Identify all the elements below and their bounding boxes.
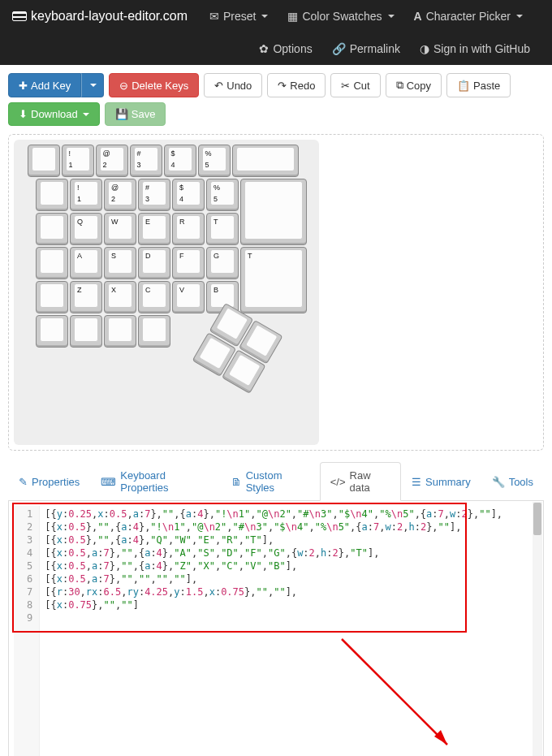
- code-editor[interactable]: 123456789 [{y:0.25,x:0.5,a:7},"",{a:4},"…: [14, 506, 538, 756]
- plus-icon: ✚: [19, 80, 28, 92]
- main-container: ✚ Add Key ⊖ Delete Keys ↶Undo ↷Redo ✂Cut…: [0, 65, 552, 756]
- nav-color-swatches[interactable]: ▦ Color Swatches: [278, 2, 403, 31]
- brand-text: keyboard-layout-editor.com: [31, 9, 188, 24]
- grid-icon: ▦: [287, 10, 298, 23]
- key[interactable]: F: [172, 247, 205, 279]
- paste-icon: 📋: [457, 80, 470, 92]
- key[interactable]: [70, 315, 102, 348]
- key[interactable]: [36, 247, 68, 279]
- paste-button[interactable]: 📋Paste: [446, 73, 511, 97]
- key[interactable]: C: [138, 281, 170, 313]
- key[interactable]: V: [172, 281, 205, 313]
- nav-character-picker[interactable]: A Character Picker: [404, 2, 533, 31]
- caret-icon: [516, 15, 523, 18]
- redo-button[interactable]: ↷Redo: [267, 73, 326, 97]
- key[interactable]: X: [104, 281, 136, 313]
- key[interactable]: R: [172, 213, 205, 245]
- cut-icon: ✂: [341, 80, 350, 92]
- key[interactable]: #3: [130, 145, 162, 177]
- key[interactable]: E: [138, 213, 170, 245]
- redo-icon: ↷: [278, 80, 287, 92]
- key[interactable]: [36, 281, 68, 313]
- tab-summary[interactable]: ☰Summary: [401, 462, 481, 501]
- keyboard-icon: ⌨: [101, 476, 116, 488]
- minus-icon: ⊖: [119, 80, 128, 92]
- key[interactable]: [232, 145, 299, 177]
- key[interactable]: %5: [206, 179, 239, 211]
- envelope-icon: ✉: [209, 10, 219, 23]
- key[interactable]: @2: [96, 145, 128, 177]
- key[interactable]: T: [206, 213, 239, 245]
- gear-icon: ✿: [259, 42, 269, 55]
- key[interactable]: G: [206, 247, 239, 279]
- gutter: 123456789: [14, 506, 40, 756]
- add-key-button[interactable]: ✚ Add Key: [8, 73, 81, 97]
- key[interactable]: !1: [70, 179, 102, 211]
- nav-preset[interactable]: ✉ Preset: [200, 2, 278, 31]
- undo-button[interactable]: ↶Undo: [204, 73, 262, 97]
- brand[interactable]: keyboard-layout-editor.com: [12, 2, 200, 30]
- key[interactable]: S: [104, 247, 136, 279]
- key[interactable]: #3: [138, 179, 170, 211]
- copy-button[interactable]: ⧉Copy: [386, 73, 442, 97]
- delete-keys-button[interactable]: ⊖ Delete Keys: [109, 73, 199, 97]
- raw-data-pane: 123456789 [{y:0.25,x:0.5,a:7},"",{a:4},"…: [8, 501, 544, 756]
- key[interactable]: $4: [172, 179, 205, 211]
- key[interactable]: [36, 179, 68, 211]
- caret-icon: [388, 15, 395, 18]
- toolbar: ✚ Add Key ⊖ Delete Keys ↶Undo ↷Redo ✂Cut…: [8, 73, 544, 126]
- key[interactable]: [28, 145, 60, 177]
- nav-permalink[interactable]: 🔗 Permalink: [322, 34, 410, 63]
- key[interactable]: [104, 315, 136, 348]
- key[interactable]: [240, 179, 307, 245]
- tab-raw-data[interactable]: </>Raw data: [320, 462, 401, 501]
- key[interactable]: [36, 315, 68, 348]
- font-icon: A: [414, 10, 422, 23]
- keyboard-icon: [12, 11, 27, 21]
- scrollbar-vertical[interactable]: [533, 502, 542, 756]
- scrollbar-thumb[interactable]: [533, 503, 541, 535]
- download-icon: ⬇: [19, 108, 28, 120]
- caret-icon: [90, 84, 97, 87]
- undo-icon: ↶: [214, 80, 223, 92]
- key[interactable]: [138, 315, 170, 348]
- save-icon: 💾: [115, 108, 128, 120]
- key[interactable]: !1: [62, 145, 94, 177]
- save-button[interactable]: 💾 Save: [105, 102, 166, 126]
- download-button[interactable]: ⬇ Download: [8, 102, 100, 126]
- tab-custom-styles[interactable]: 🗎Custom Styles: [221, 462, 320, 501]
- nav-options[interactable]: ✿ Options: [249, 34, 321, 63]
- file-icon: 🗎: [231, 476, 242, 488]
- keyboard-panel: !1@2#3$4%5!1@2#3$4%5QWERTASDFGTZXCVB: [8, 134, 544, 451]
- tab-tools[interactable]: 🔧Tools: [481, 462, 544, 501]
- key[interactable]: T: [240, 247, 307, 313]
- tab-properties[interactable]: ✎Properties: [8, 462, 90, 501]
- key[interactable]: $4: [164, 145, 196, 177]
- key[interactable]: %5: [198, 145, 231, 177]
- code-content[interactable]: [{y:0.25,x:0.5,a:7},"",{a:4},"!\n1","@\n…: [40, 506, 507, 756]
- link-icon: 🔗: [332, 42, 346, 55]
- key[interactable]: [36, 213, 68, 245]
- keyboard-stage[interactable]: !1@2#3$4%5!1@2#3$4%5QWERTASDFGTZXCVB: [14, 140, 319, 445]
- list-icon: ☰: [412, 476, 421, 488]
- add-key-dropdown[interactable]: [81, 73, 104, 97]
- tab-keyboard-properties[interactable]: ⌨Keyboard Properties: [90, 462, 220, 501]
- key[interactable]: @2: [104, 179, 136, 211]
- copy-icon: ⧉: [396, 79, 403, 92]
- navbar: keyboard-layout-editor.com ✉ Preset ▦ Co…: [0, 0, 552, 65]
- tabs: ✎Properties ⌨Keyboard Properties 🗎Custom…: [8, 462, 544, 501]
- key[interactable]: D: [138, 247, 170, 279]
- pencil-icon: ✎: [19, 476, 28, 488]
- nav-signin-github[interactable]: ◑ Sign in with GitHub: [410, 34, 540, 63]
- key[interactable]: Z: [70, 281, 102, 313]
- caret-icon: [261, 15, 268, 18]
- github-icon: ◑: [420, 42, 429, 55]
- cut-button[interactable]: ✂Cut: [330, 73, 380, 97]
- wrench-icon: 🔧: [492, 476, 505, 488]
- code-icon: </>: [330, 476, 346, 488]
- key[interactable]: Q: [70, 213, 102, 245]
- caret-icon: [83, 113, 89, 116]
- key[interactable]: W: [104, 213, 136, 245]
- key[interactable]: A: [70, 247, 102, 279]
